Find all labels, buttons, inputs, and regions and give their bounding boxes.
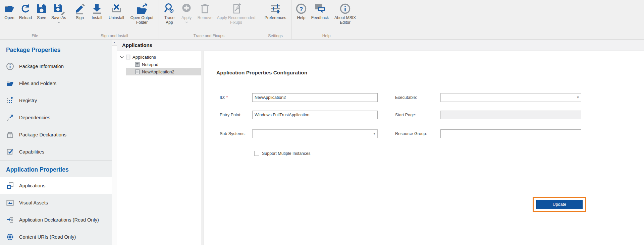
- start-page-label: Start Page:: [395, 113, 416, 117]
- sidebar-section-application-properties: Application Properties: [0, 160, 112, 177]
- ribbon-group-sign-install: Sign Install Uninstall Open Output Folde…: [70, 0, 159, 39]
- chevron-down-icon: [57, 21, 60, 23]
- sidebar-item-files-and-folders[interactable]: Files and Folders: [0, 75, 112, 92]
- save-as-button-label: Save As: [51, 16, 66, 20]
- start-page-field: [440, 111, 581, 119]
- sidebar-item-registry[interactable]: Registry: [0, 92, 112, 109]
- apply-button-label: Apply: [181, 16, 192, 20]
- chevron-down-icon[interactable]: [120, 56, 124, 58]
- ribbon-group-trace-fixups-label: Trace and Fixups: [159, 34, 259, 38]
- entry-point-label: Entry Point:: [220, 113, 241, 117]
- reload-button[interactable]: Reload: [17, 2, 34, 20]
- feedback-bubble-icon: [314, 3, 326, 15]
- sidebar-item-label: Package Declarations: [19, 132, 66, 137]
- tree-item-label: Notepad: [142, 62, 158, 67]
- sidebar-item-label: Registry: [19, 98, 37, 103]
- save-button[interactable]: Save: [34, 2, 49, 20]
- resource-group-field[interactable]: [440, 129, 581, 138]
- sidebar-item-label: Content URIs (Read Only): [19, 234, 76, 240]
- scrollbar-up-arrow-icon[interactable]: ▲: [112, 40, 117, 46]
- chevron-down-icon: [185, 21, 188, 23]
- click-highlight-box: Update: [533, 197, 586, 212]
- install-button-label: Install: [92, 16, 102, 20]
- sidebar-item-package-declarations[interactable]: Package Declarations: [0, 126, 112, 143]
- gift-box-icon: [6, 131, 14, 139]
- folder-icon: [6, 79, 14, 87]
- about-msix-editor-button[interactable]: About MSIX Editor: [331, 2, 359, 25]
- save-as-icon: [53, 3, 65, 15]
- update-button[interactable]: Update: [536, 200, 583, 209]
- open-folder-icon: [3, 3, 15, 15]
- executable-combobox[interactable]: ▾: [440, 93, 581, 102]
- globe-icon: [6, 233, 14, 241]
- sidebar-item-label: Application Declarations (Read Only): [19, 217, 99, 223]
- apply-button: Apply: [178, 2, 195, 23]
- arrow-into-list-icon: [6, 216, 14, 224]
- feedback-button[interactable]: Feedback: [309, 2, 331, 20]
- uninstall-button-label: Uninstall: [109, 16, 124, 20]
- sidebar-item-dependencies[interactable]: Dependencies: [0, 109, 112, 126]
- required-asterisk: *: [226, 95, 228, 100]
- id-field[interactable]: [252, 93, 378, 102]
- preferences-button-label: Preferences: [265, 16, 286, 20]
- open-button[interactable]: Open: [2, 2, 17, 20]
- help-button-label: Help: [297, 16, 306, 20]
- main-area: Applications Applications: [117, 40, 644, 245]
- open-output-folder-button[interactable]: Open Output Folder: [127, 2, 157, 25]
- main-body: Applications Notepad NewApplication2: [117, 51, 644, 245]
- ribbon-group-help: ? Help Feedback About MSIX Editor Help: [292, 0, 361, 39]
- sidebar-item-package-information[interactable]: Package Information: [0, 58, 112, 75]
- sidebar-scrollbar[interactable]: ▲: [112, 40, 117, 245]
- about-info-icon: [339, 3, 351, 15]
- panel-splitter[interactable]: [201, 51, 204, 245]
- tree-item-applications-root[interactable]: Applications: [117, 53, 201, 61]
- uninstall-button[interactable]: Uninstall: [106, 2, 127, 20]
- help-button[interactable]: ? Help: [293, 2, 309, 20]
- sidebar-item-label: Dependencies: [19, 115, 50, 120]
- open-output-folder-button-label: Open Output Folder: [127, 16, 157, 25]
- image-icon: [6, 199, 14, 207]
- sidebar-item-label: Files and Folders: [19, 81, 56, 86]
- ribbon-group-file-label: File: [0, 34, 70, 38]
- sidebar-item-application-declarations[interactable]: Application Declarations (Read Only): [0, 211, 112, 228]
- preferences-button[interactable]: Preferences: [261, 2, 290, 20]
- tree-item-label: NewApplication2: [142, 69, 174, 74]
- open-button-label: Open: [4, 16, 14, 20]
- save-as-button[interactable]: Save As: [49, 2, 68, 23]
- reload-icon: [19, 3, 32, 15]
- remove-trash-icon: [199, 3, 211, 15]
- form-title: Application Properties Configuration: [216, 70, 307, 76]
- entry-point-field[interactable]: [252, 111, 378, 119]
- sidebar-item-content-uris[interactable]: Content URIs (Read Only): [0, 228, 112, 245]
- remove-button: Remove: [195, 2, 215, 20]
- registry-icon: [6, 97, 14, 105]
- sign-pencil-icon: [74, 3, 86, 15]
- tree-item-notepad[interactable]: Notepad: [126, 61, 201, 68]
- ribbon-group-file: Open Reload Save: [0, 0, 70, 39]
- sub-systems-label: Sub Systems:: [220, 131, 246, 136]
- sign-button[interactable]: Sign: [72, 2, 88, 20]
- document-icon: [126, 55, 130, 60]
- tree-item-newapplication2[interactable]: NewApplication2: [126, 68, 201, 75]
- trace-app-button-label: Trace App: [161, 16, 178, 25]
- apply-recommended-fixups-button: Apply Recommended Fixups: [215, 2, 257, 25]
- document-icon: [135, 62, 140, 67]
- ribbon-group-sign-install-label: Sign and Install: [70, 34, 159, 38]
- svg-text:?: ?: [300, 6, 303, 12]
- sidebar-section-package-properties: Package Properties: [0, 40, 112, 58]
- install-button[interactable]: Install: [88, 2, 106, 20]
- trace-app-button[interactable]: Trace App: [161, 2, 178, 25]
- sub-systems-combobox[interactable]: ▾: [252, 129, 378, 138]
- page-title: Applications: [117, 40, 644, 51]
- sidebar-item-capabilities[interactable]: Capabilities: [0, 143, 112, 160]
- document-icon: [135, 69, 140, 74]
- support-multiple-instances-checkbox[interactable]: [254, 151, 259, 156]
- ribbon-toolbar: Open Reload Save: [0, 0, 644, 40]
- app-windows-icon: [6, 182, 14, 190]
- save-button-label: Save: [37, 16, 46, 20]
- executable-label: Executable:: [395, 95, 417, 100]
- help-question-icon: ?: [295, 3, 307, 15]
- sidebar-item-visual-assets[interactable]: Visual Assets: [0, 194, 112, 211]
- apply-recommended-fixups-button-label: Apply Recommended Fixups: [215, 16, 257, 25]
- sidebar-item-applications[interactable]: Applications: [0, 177, 112, 194]
